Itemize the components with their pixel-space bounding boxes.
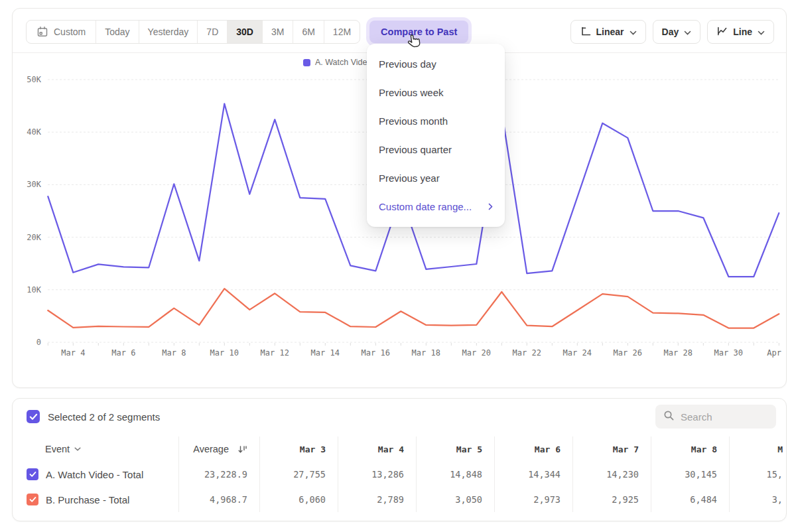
search-icon: [663, 410, 675, 424]
menu-item-previous-week[interactable]: Previous week: [367, 78, 505, 107]
table-header-average[interactable]: Average: [178, 436, 259, 462]
metric-value-cell: 3,050: [416, 487, 494, 512]
metric-value-cell: 2,789: [338, 487, 416, 512]
table-header-date: Mar 3: [259, 436, 338, 462]
x-axis-label: Mar 28: [664, 348, 693, 358]
metric-value-cell: 2,925: [572, 487, 651, 512]
metric-value-cell: 14,848: [416, 462, 494, 487]
segment-label: A. Watch Video - Total: [46, 469, 143, 480]
segments-summary: Selected 2 of 2 segments: [48, 411, 160, 423]
y-axis-label: 30K: [27, 180, 41, 189]
table-header-date: Mar 7: [572, 436, 651, 462]
average-value-cell: 4,968.7: [178, 487, 259, 512]
segment-row-label-cell: A. Watch Video - Total: [13, 462, 178, 487]
table-header-date: Mar 5: [416, 436, 494, 462]
x-axis-label: Mar 12: [261, 348, 289, 358]
metric-value-cell: 6,060: [259, 487, 338, 512]
metric-value-cell: 6,484: [651, 487, 729, 512]
check-icon: [29, 471, 36, 478]
chevron-down-icon: [74, 447, 81, 451]
x-axis-label: Mar 26: [614, 348, 642, 358]
x-axis-label: Mar 4: [61, 348, 85, 358]
menu-item-label: Previous month: [379, 115, 448, 127]
segments-table: EventAverageMar 3Mar 4Mar 5Mar 6Mar 7Mar…: [13, 436, 785, 512]
series-line[interactable]: [48, 289, 779, 328]
hand-cursor-icon: [404, 32, 423, 51]
menu-item-label: Previous day: [379, 58, 436, 70]
x-axis-label: Mar 18: [412, 348, 440, 358]
average-value-cell: 23,228.9: [178, 462, 259, 487]
x-axis-label: Mar 16: [362, 348, 390, 358]
x-axis-label: Mar 30: [714, 348, 743, 358]
y-axis-label: 0: [36, 338, 41, 347]
menu-item-label: Custom date range...: [379, 201, 472, 212]
metric-value-cell: 27,755: [259, 462, 338, 487]
compare-to-past-menu: Previous dayPrevious weekPrevious monthP…: [367, 44, 505, 227]
table-header-date: Mar 8: [651, 436, 729, 462]
menu-item-previous-day[interactable]: Previous day: [367, 50, 505, 78]
chevron-right-icon: [488, 201, 493, 212]
x-axis-label: Mar 10: [210, 348, 239, 358]
average-header-label: Average: [193, 444, 229, 454]
search-input[interactable]: [681, 411, 768, 423]
table-header-event[interactable]: Event: [13, 436, 178, 462]
x-axis-label: Mar 6: [111, 348, 135, 358]
menu-item-label: Previous quarter: [379, 144, 452, 155]
segment-row-label-cell: B. Purchase - Total: [13, 487, 178, 512]
x-axis-label: Mar 22: [513, 348, 541, 358]
x-axis-label: Apr 1: [767, 348, 786, 358]
metric-value-cell: 13,286: [338, 462, 416, 487]
x-axis-label: Mar 20: [462, 348, 491, 358]
menu-item-label: Previous year: [379, 172, 440, 184]
metric-value-cell-clipped: 15,: [729, 462, 785, 487]
event-header-label: Event: [45, 444, 70, 454]
sort-icon: [238, 445, 247, 454]
metric-value-cell: 2,973: [494, 487, 572, 512]
segment-checkbox[interactable]: [27, 468, 38, 480]
menu-item-previous-year[interactable]: Previous year: [367, 164, 505, 192]
y-axis-label: 20K: [27, 233, 41, 242]
menu-item-previous-quarter[interactable]: Previous quarter: [367, 135, 505, 164]
x-axis-label: Mar 8: [162, 348, 186, 358]
y-axis-label: 10K: [27, 285, 41, 295]
table-header-date: Mar 4: [338, 436, 416, 462]
y-axis-label: 50K: [27, 75, 41, 84]
menu-item-label: Previous week: [379, 87, 444, 98]
metric-value-cell: 14,230: [572, 462, 651, 487]
table-header-date: Mar 6: [494, 436, 572, 462]
metric-value-cell: 14,344: [494, 462, 572, 487]
x-axis-label: Mar 24: [563, 348, 592, 358]
x-axis-label: Mar 14: [311, 348, 340, 358]
check-icon: [29, 413, 38, 421]
segments-panel: Selected 2 of 2 segments EventAverageMar…: [12, 398, 787, 521]
menu-item-previous-month[interactable]: Previous month: [367, 107, 505, 135]
segments-header: Selected 2 of 2 segments: [27, 405, 776, 429]
metric-value-cell-clipped: 3,: [729, 487, 785, 512]
check-icon: [29, 496, 36, 503]
select-all-checkbox[interactable]: [27, 410, 40, 423]
table-header-date-clipped: M: [729, 436, 785, 462]
metric-value-cell: 30,145: [651, 462, 729, 487]
menu-item-custom-date-range[interactable]: Custom date range...: [367, 192, 505, 221]
search-box[interactable]: [655, 405, 776, 429]
segment-label: B. Purchase - Total: [46, 494, 129, 505]
y-axis-label: 40K: [27, 127, 41, 137]
segment-checkbox[interactable]: [27, 494, 38, 505]
